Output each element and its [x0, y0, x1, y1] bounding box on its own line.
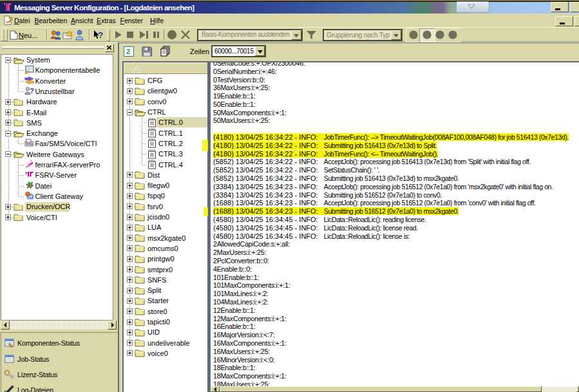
svg-text:?: ? — [98, 30, 103, 40]
svg-text:?: ? — [30, 87, 34, 95]
